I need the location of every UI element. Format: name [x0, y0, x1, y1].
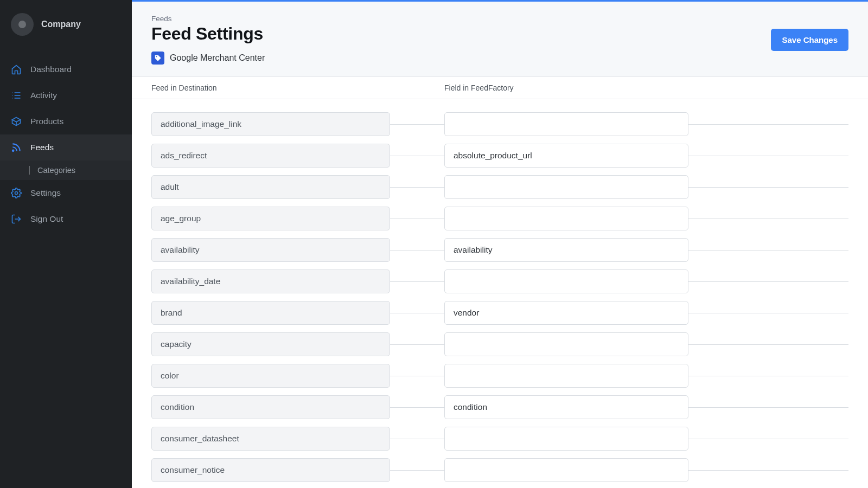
connector-line [390, 407, 444, 408]
sidebar-item-label: Settings [30, 188, 61, 198]
mapping-row: capacity [151, 332, 848, 356]
avatar[interactable] [11, 13, 34, 36]
mapping-row: color [151, 364, 848, 388]
sidebar-item-feeds[interactable]: Feeds [0, 134, 132, 160]
mapping-row: adult [151, 175, 848, 199]
sidebar-item-settings[interactable]: Settings [0, 180, 132, 206]
sidebar-item-label: Activity [30, 91, 57, 100]
mapping-row: ads_redirectabsolute_product_url [151, 144, 848, 168]
feedfactory-field-cell[interactable] [444, 364, 688, 388]
page-heading-block: Feeds Feed Settings Google Merchant Cent… [151, 15, 265, 65]
feedfactory-field-cell[interactable] [444, 458, 688, 482]
destination-field-cell: color [151, 364, 390, 388]
sidebar-header: Company [0, 0, 132, 51]
svg-point-7 [15, 192, 18, 195]
mapping-row: consumer_datasheet [151, 427, 848, 451]
destination-field-cell: adult [151, 175, 390, 199]
main: Feeds Feed Settings Google Merchant Cent… [132, 0, 868, 488]
feedfactory-field-cell[interactable] [444, 332, 688, 356]
connector-line [688, 124, 848, 125]
feedfactory-field-cell[interactable]: availability [444, 238, 688, 262]
box-icon [11, 116, 22, 127]
feedfactory-field-cell[interactable] [444, 175, 688, 199]
destination-subheading: Google Merchant Center [151, 52, 265, 65]
connector-line [390, 376, 444, 376]
connector-line [688, 156, 848, 156]
sidebar-item-label: Feeds [30, 143, 54, 152]
connector-line [688, 313, 848, 313]
sidebar-nav: Dashboard Activity Products Feeds [0, 51, 132, 232]
svg-point-9 [156, 56, 157, 57]
column-header-feedfactory: Field in FeedFactory [444, 77, 848, 99]
connector-line [390, 281, 444, 282]
mapping-row: brandvendor [151, 301, 848, 325]
destination-field-cell: additional_image_link [151, 112, 390, 136]
mapping-row: availability_date [151, 269, 848, 293]
sidebar-item-products[interactable]: Products [0, 108, 132, 134]
subitem-indent-bar [29, 166, 30, 175]
feedfactory-field-cell[interactable]: vendor [444, 301, 688, 325]
page-title: Feed Settings [151, 24, 265, 44]
sidebar: Company Dashboard Activity Products [0, 0, 132, 488]
destination-label: Google Merchant Center [170, 53, 265, 63]
sidebar-subitem-categories[interactable]: Categories [0, 160, 132, 180]
mapping-row: consumer_notice [151, 458, 848, 482]
connector-line [390, 219, 444, 219]
feedfactory-field-cell[interactable] [444, 112, 688, 136]
connector-line [390, 156, 444, 156]
destination-field-cell: consumer_datasheet [151, 427, 390, 451]
signout-icon [11, 214, 22, 224]
mapping-row: availabilityavailability [151, 238, 848, 262]
feedfactory-field-cell[interactable] [444, 427, 688, 451]
save-button[interactable]: Save Changes [771, 29, 848, 51]
destination-field-cell: availability [151, 238, 390, 262]
sidebar-item-dashboard[interactable]: Dashboard [0, 56, 132, 82]
sidebar-item-label: Sign Out [30, 214, 63, 224]
sidebar-subitem-label: Categories [37, 166, 75, 175]
connector-line [688, 376, 848, 376]
mapping-rows[interactable]: additional_image_linkads_redirectabsolut… [132, 99, 868, 488]
connector-line [688, 407, 848, 408]
connector-line [390, 439, 444, 439]
connector-line [390, 250, 444, 251]
feedfactory-field-cell[interactable]: condition [444, 395, 688, 419]
connector-line [688, 250, 848, 251]
gear-icon [11, 188, 22, 198]
connector-line [688, 281, 848, 282]
rss-icon [11, 142, 22, 153]
home-icon [11, 64, 22, 75]
sidebar-item-activity[interactable]: Activity [0, 82, 132, 108]
company-name: Company [41, 20, 81, 29]
sidebar-item-label: Dashboard [30, 65, 72, 74]
destination-field-cell: age_group [151, 207, 390, 230]
sidebar-item-signout[interactable]: Sign Out [0, 206, 132, 232]
connector-line [390, 124, 444, 125]
feedfactory-field-cell[interactable] [444, 269, 688, 293]
destination-field-cell: capacity [151, 332, 390, 356]
list-icon [11, 90, 22, 101]
connector-line [390, 313, 444, 313]
svg-point-6 [12, 150, 14, 152]
mapping-row: conditioncondition [151, 395, 848, 419]
connector-line [688, 219, 848, 219]
sidebar-item-label: Products [30, 117, 63, 126]
destination-field-cell: condition [151, 395, 390, 419]
connector-line [688, 470, 848, 471]
page-header: Feeds Feed Settings Google Merchant Cent… [132, 2, 868, 76]
feedfactory-field-cell[interactable] [444, 207, 688, 230]
connector-line [688, 439, 848, 439]
destination-field-cell: brand [151, 301, 390, 325]
mapping-table-head: Feed in Destination Field in FeedFactory [132, 76, 868, 99]
connector-line [688, 344, 848, 345]
destination-field-cell: consumer_notice [151, 458, 390, 482]
mapping-row: additional_image_link [151, 112, 848, 136]
destination-field-cell: ads_redirect [151, 144, 390, 168]
mapping-row: age_group [151, 207, 848, 230]
connector-line [688, 187, 848, 188]
breadcrumb[interactable]: Feeds [151, 15, 265, 23]
connector-line [390, 187, 444, 188]
destination-field-cell: availability_date [151, 269, 390, 293]
column-header-destination: Feed in Destination [151, 77, 444, 99]
connector-line [390, 344, 444, 345]
feedfactory-field-cell[interactable]: absolute_product_url [444, 144, 688, 168]
